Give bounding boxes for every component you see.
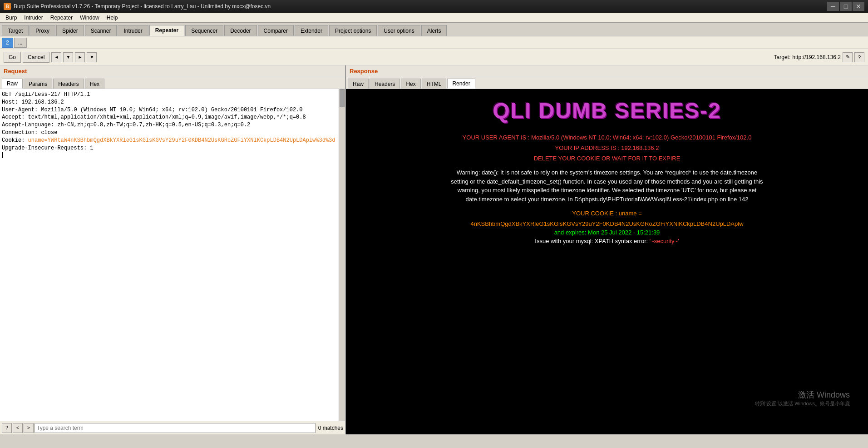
prev-down-button[interactable]: ▼ [63, 52, 73, 62]
request-line-6: Connection: close [2, 129, 337, 137]
next-down-button[interactable]: ▼ [87, 52, 97, 62]
main-content: Request Raw Params Headers Hex GET /sqli… [0, 65, 868, 434]
tab-user-options[interactable]: User options [378, 25, 420, 36]
menu-help[interactable]: Help [103, 14, 122, 22]
tab-comparer[interactable]: Comparer [258, 25, 294, 36]
response-tab-headers[interactable]: Headers [370, 79, 400, 89]
response-tabs: Raw Headers Hex HTML Render [346, 77, 868, 89]
request-line-cookie: Cookie: uname=YWRtaW4nKSBhbmQgdXBkYXRleG… [2, 137, 337, 144]
main-tab-bar: Target Proxy Spider Scanner Intruder Rep… [0, 23, 868, 36]
sub-tab-2[interactable]: 2 [2, 38, 13, 48]
request-line-1: GET /sqli/Less-21/ HTTP/1.1 [2, 91, 337, 99]
request-line-8: Upgrade-Insecure-Requests: 1 [2, 144, 337, 152]
cursor-line [2, 152, 337, 158]
target-url: http://192.168.136.2 [792, 54, 841, 60]
search-next-button[interactable]: > [24, 423, 34, 433]
sub-tab-bar: 2 ... [0, 36, 868, 49]
tab-extender[interactable]: Extender [295, 25, 328, 36]
delete-cookie-text: DELETE YOUR COOKIE OR WAIT FOR IT TO EXP… [534, 155, 681, 162]
menu-intruder[interactable]: Intruder [20, 14, 46, 22]
cookie-label: YOUR COOKIE : uname = [572, 210, 642, 217]
response-tab-render[interactable]: Render [447, 79, 475, 89]
windows-watermark-sub: 转到"设置"以激活 Windows。账号是小年鹿 [755, 400, 850, 407]
sqli-title: QLI DUMB SERIES-2 [493, 98, 721, 123]
menu-repeater[interactable]: Repeater [47, 14, 76, 22]
minimize-button[interactable]: ─ [827, 2, 839, 11]
close-button[interactable]: ✕ [853, 2, 864, 11]
target-info: Target: http://192.168.136.2 ✎ ? [774, 52, 864, 62]
next-button[interactable]: ► [75, 52, 85, 62]
tab-target[interactable]: Target [2, 25, 29, 36]
windows-watermark: 激活 Windows 转到"设置"以激活 Windows。账号是小年鹿 [755, 389, 850, 407]
error-value: '~security~' [650, 238, 679, 244]
matches-label: 0 matches [318, 425, 343, 431]
response-panel: Response Raw Headers Hex HTML Render QLI… [346, 65, 868, 434]
menu-burp[interactable]: Burp [2, 14, 20, 22]
request-line-4: Accept: text/html,application/xhtml+xml,… [2, 114, 337, 121]
cookie-text: 4nKSBhbmQgdXBkYXRleG1sKGlsKGVsY29uY2F0KD… [470, 220, 743, 227]
tab-decoder[interactable]: Decoder [224, 25, 256, 36]
request-body[interactable]: GET /sqli/Less-21/ HTTP/1.1 Host: 192.16… [0, 89, 339, 421]
tab-alerts[interactable]: Alerts [421, 25, 447, 36]
maximize-button[interactable]: □ [840, 2, 852, 11]
tab-spider[interactable]: Spider [56, 25, 84, 36]
prev-button[interactable]: ◄ [51, 52, 61, 62]
text-cursor [2, 152, 3, 158]
go-button[interactable]: Go [4, 52, 21, 63]
response-tab-raw[interactable]: Raw [348, 79, 369, 89]
response-render-area: QLI DUMB SERIES-2 YOUR USER AGENT IS : M… [346, 89, 868, 434]
response-header: Response [346, 65, 868, 77]
tab-intruder[interactable]: Intruder [118, 25, 148, 36]
request-line-2: Host: 192.168.136.2 [2, 99, 337, 106]
cancel-button[interactable]: Cancel [23, 52, 49, 63]
request-panel: Request Raw Params Headers Hex GET /sqli… [0, 65, 346, 434]
response-tab-html[interactable]: HTML [422, 79, 447, 89]
request-header: Request [0, 65, 345, 77]
title-bar-left: B Burp Suite Professional v1.7.26 - Temp… [4, 3, 271, 10]
edit-target-button[interactable]: ✎ [843, 52, 853, 62]
search-prev-button[interactable]: < [13, 423, 23, 433]
search-input[interactable] [35, 423, 316, 433]
title-bar-title: Burp Suite Professional v1.7.26 - Tempor… [14, 3, 271, 10]
request-tabs: Raw Params Headers Hex [0, 77, 345, 89]
response-tab-hex[interactable]: Hex [401, 79, 420, 89]
title-bar-controls: ─ □ ✕ [827, 2, 864, 11]
warning-text: Warning: date(): It is not safe to rely … [448, 168, 766, 204]
request-tab-params[interactable]: Params [24, 79, 52, 89]
tab-sequencer[interactable]: Sequencer [185, 25, 223, 36]
toolbar: Go Cancel ◄ ▼ ► ▼ Target: http://192.168… [0, 49, 868, 65]
search-bar: ? < > 0 matches [0, 421, 345, 434]
sub-tab-more[interactable]: ... [14, 38, 27, 48]
search-help-button[interactable]: ? [2, 423, 12, 433]
windows-watermark-main: 激活 Windows [755, 389, 850, 400]
cookie-value: uname=YWRtaW4nKSBhbmQgdXBkYXRleG1sKGlsKG… [28, 137, 335, 144]
request-line-3: User-Agent: Mozilla/5.0 (Windows NT 10.0… [2, 106, 337, 114]
user-agent-text: YOUR USER AGENT IS : Mozilla/5.0 (Window… [463, 134, 752, 141]
expires-text: and expires: Mon 25 Jul 2022 - 15:21:39 [554, 229, 660, 236]
response-body: QLI DUMB SERIES-2 YOUR USER AGENT IS : M… [346, 89, 868, 434]
title-bar: B Burp Suite Professional v1.7.26 - Temp… [0, 0, 868, 13]
tab-proxy[interactable]: Proxy [30, 25, 55, 36]
help-button[interactable]: ? [854, 52, 864, 62]
request-tab-hex[interactable]: Hex [85, 79, 104, 89]
request-scrollbar[interactable] [339, 89, 345, 421]
request-tab-headers[interactable]: Headers [53, 79, 84, 89]
request-content: GET /sqli/Less-21/ HTTP/1.1 Host: 192.16… [0, 89, 345, 421]
request-tab-raw[interactable]: Raw [2, 79, 23, 89]
tab-project-options[interactable]: Project options [329, 25, 377, 36]
request-line-5: Accept-Language: zh-CN,zh;q=0.8,zh-TW;q=… [2, 121, 337, 129]
error-text: Issue with your mysql: XPATH syntax erro… [535, 238, 679, 244]
tab-repeater[interactable]: Repeater [149, 25, 184, 36]
ip-text: YOUR IP ADDRESS IS : 192.168.136.2 [555, 144, 659, 151]
tab-scanner[interactable]: Scanner [85, 25, 117, 36]
request-scrollbar-thumb[interactable] [340, 89, 345, 107]
menu-window[interactable]: Window [76, 14, 103, 22]
menu-bar: Burp Intruder Repeater Window Help [0, 13, 868, 23]
target-label: Target: [774, 54, 791, 60]
app-icon: B [4, 3, 11, 10]
